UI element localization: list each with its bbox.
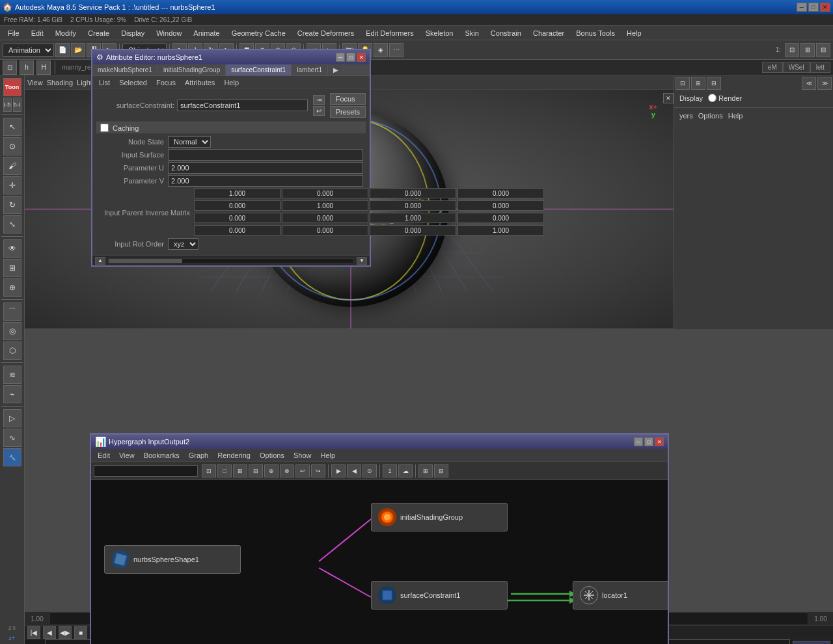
- tool-show[interactable]: 👁: [3, 239, 21, 258]
- tool-move[interactable]: ✛: [3, 176, 21, 195]
- tb-layout3[interactable]: ⊟: [816, 43, 830, 57]
- attr-menu-selected[interactable]: Selected: [115, 79, 151, 87]
- matrix-0-3[interactable]: [457, 188, 544, 198]
- hyper-menu-graph[interactable]: Graph: [185, 451, 213, 459]
- tool-deform[interactable]: ≋: [3, 366, 21, 384]
- hyper-menu-options[interactable]: Options: [256, 451, 288, 459]
- rp-tb1[interactable]: ⊡: [676, 77, 690, 90]
- matrix-0-0[interactable]: [194, 188, 280, 198]
- hyper-menu-rendering[interactable]: Rendering: [213, 451, 254, 459]
- matrix-1-3[interactable]: [457, 200, 544, 211]
- menu-create-deformers[interactable]: Create Deformers: [292, 28, 359, 38]
- tool-curve[interactable]: ⌒: [3, 302, 21, 321]
- menu-help[interactable]: Help: [621, 28, 647, 38]
- hypergraph-canvas[interactable]: initialShadingGroup nurbsSphereShape1 su…: [91, 480, 668, 644]
- attr-tab-surface[interactable]: surfaceConstraint1: [226, 64, 292, 75]
- minimize-button[interactable]: ─: [797, 3, 807, 12]
- matrix-0-2[interactable]: [370, 188, 456, 198]
- attr-scroll-track[interactable]: [108, 258, 354, 263]
- menu-geometry-cache[interactable]: Geometry Cache: [226, 28, 291, 38]
- matrix-1-2[interactable]: [370, 200, 456, 211]
- hy-tb8[interactable]: ↪: [311, 464, 325, 477]
- attr-scroll-up[interactable]: ▲: [95, 257, 105, 265]
- rp-tb4[interactable]: ≪: [802, 77, 816, 90]
- node-surfaceConstraint1[interactable]: surfaceConstraint1: [371, 581, 508, 610]
- close-button[interactable]: ✕: [820, 3, 830, 12]
- matrix-2-0[interactable]: [194, 213, 280, 223]
- menu-edit[interactable]: Edit: [26, 28, 49, 38]
- attr-tab-scroll-right[interactable]: ▶: [328, 64, 344, 75]
- tool-h2[interactable]: h-I: [13, 98, 21, 112]
- attr-scroll-thumb[interactable]: [109, 259, 182, 263]
- tool-skeleton[interactable]: ⌁: [3, 385, 21, 403]
- attr-presets-btn[interactable]: Presets: [330, 106, 366, 118]
- matrix-3-3[interactable]: [457, 225, 544, 235]
- hy-tb5[interactable]: ⊕: [264, 464, 279, 477]
- menu-display[interactable]: Display: [116, 28, 150, 38]
- sec-tb-btn1[interactable]: ⊡: [3, 60, 17, 75]
- hy-tb12[interactable]: 1: [383, 464, 397, 477]
- sec-tb-btn2[interactable]: h: [20, 60, 34, 75]
- tool-select[interactable]: ↖: [3, 118, 21, 136]
- stop-btn[interactable]: ■: [74, 626, 87, 639]
- tb-open[interactable]: 📂: [71, 43, 85, 57]
- menu-skeleton[interactable]: Skeleton: [420, 28, 459, 38]
- tool-rotate[interactable]: ↻: [3, 196, 21, 214]
- tb-layout2[interactable]: ⊞: [800, 43, 815, 57]
- attr-close-btn[interactable]: ✕: [357, 53, 366, 62]
- attr-node-state-select[interactable]: Normal: [168, 136, 211, 148]
- rp-tb2[interactable]: ⊞: [691, 77, 705, 90]
- menu-file[interactable]: File: [3, 28, 25, 38]
- attr-focus-btn[interactable]: Focus: [330, 93, 366, 105]
- hyper-menu-edit[interactable]: Edit: [94, 451, 114, 459]
- plug-ins-button[interactable]: Plug-ins: [793, 641, 830, 645]
- hy-tb1[interactable]: ⊡: [202, 464, 216, 477]
- vp-close-btn[interactable]: ✕: [663, 93, 674, 103]
- maximize-button[interactable]: □: [808, 3, 819, 12]
- menu-window[interactable]: Window: [151, 28, 187, 38]
- render-radio-input[interactable]: [708, 94, 717, 102]
- tool-surface[interactable]: ◎: [3, 322, 21, 340]
- tab-lett[interactable]: lett: [810, 62, 830, 73]
- sec-tb-btn3[interactable]: H: [36, 60, 51, 75]
- menu-create[interactable]: Create: [83, 28, 115, 38]
- hyper-menu-view[interactable]: View: [115, 451, 139, 459]
- node-nurbsSphereShape1[interactable]: nurbsSphereShape1: [104, 545, 241, 574]
- hy-tb3[interactable]: ⊞: [233, 464, 247, 477]
- hy-tb10[interactable]: ◀: [347, 464, 361, 477]
- menu-modify[interactable]: Modify: [50, 28, 81, 38]
- attr-tab-shadinggroup[interactable]: initialShadingGroup: [158, 64, 226, 75]
- attr-menu-focus[interactable]: Focus: [152, 79, 180, 87]
- attr-surface-constraint-input[interactable]: [177, 100, 308, 111]
- hy-tb9[interactable]: ▶: [331, 464, 346, 477]
- attr-caching-checkbox[interactable]: [100, 124, 109, 132]
- vp-menu-shading[interactable]: Shading: [47, 79, 73, 87]
- tb-more[interactable]: ⋯: [389, 43, 403, 57]
- hyper-menu-show[interactable]: Show: [290, 451, 316, 459]
- matrix-3-1[interactable]: [282, 225, 368, 235]
- tool-snap[interactable]: ⊕: [3, 278, 21, 297]
- attr-input-surface-input[interactable]: [168, 149, 363, 161]
- attr-param-u-input[interactable]: [168, 162, 363, 174]
- hyper-minimize-btn[interactable]: ─: [634, 437, 643, 446]
- hyper-maximize-btn[interactable]: □: [644, 437, 653, 446]
- hy-tb7[interactable]: ↩: [295, 464, 310, 477]
- rp-tb5[interactable]: ≫: [817, 77, 832, 90]
- attr-menu-list[interactable]: List: [95, 79, 114, 87]
- attr-scroll-down[interactable]: ▼: [357, 257, 367, 265]
- tool-lasso[interactable]: ⊙: [3, 137, 21, 155]
- node-locator1[interactable]: locator1: [573, 581, 668, 610]
- tb-new[interactable]: 📄: [55, 43, 70, 57]
- tool-scale[interactable]: ⤡: [3, 215, 21, 234]
- attr-minimize-btn[interactable]: ─: [336, 53, 345, 62]
- hy-tb15[interactable]: ⊟: [434, 464, 448, 477]
- hy-tb14[interactable]: ⊞: [418, 464, 433, 477]
- prev-frame-btn[interactable]: ◀: [43, 626, 56, 639]
- menu-bonus-tools[interactable]: Bonus Tools: [571, 28, 620, 38]
- tool-h[interactable]: I-h: [3, 98, 12, 112]
- attr-btn-link[interactable]: ⇥: [313, 95, 325, 105]
- tab-wsel[interactable]: WSel: [783, 62, 810, 73]
- hy-tb13[interactable]: ☁: [398, 464, 413, 477]
- matrix-2-3[interactable]: [457, 213, 544, 223]
- attr-maximize-btn[interactable]: □: [346, 53, 355, 62]
